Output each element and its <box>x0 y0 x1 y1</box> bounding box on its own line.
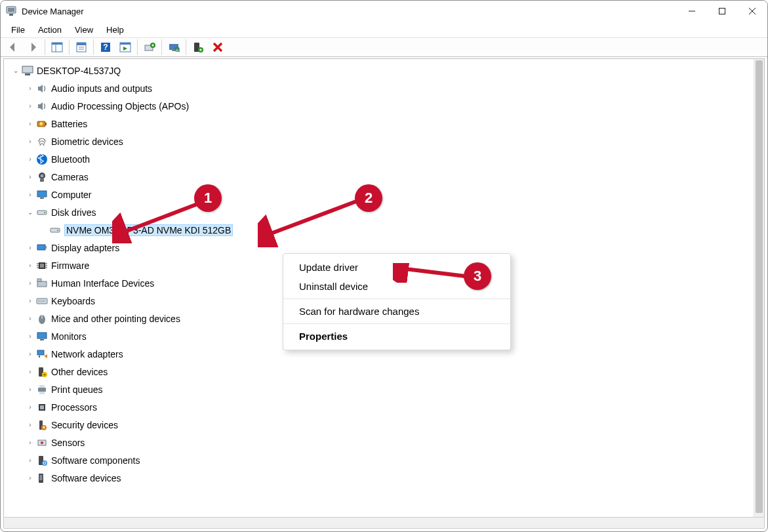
bluetooth-icon <box>35 153 49 166</box>
show-hide-console-tree-button[interactable] <box>48 39 66 56</box>
expand-icon[interactable]: › <box>25 331 35 342</box>
expand-icon[interactable]: › <box>25 314 35 324</box>
node-label: Audio inputs and outputs <box>51 83 152 94</box>
help-button[interactable]: ? <box>96 39 115 56</box>
ctx-separator <box>283 298 510 299</box>
expand-icon[interactable]: › <box>25 278 35 289</box>
svg-point-76 <box>42 460 47 466</box>
tree-node-software-devices[interactable]: › Software devices <box>7 469 754 487</box>
node-label: Mice and other pointing devices <box>51 314 180 324</box>
menu-view[interactable]: View <box>68 24 100 36</box>
annotation-badge-3: 3 <box>464 262 491 290</box>
window-controls <box>677 1 767 22</box>
expand-icon[interactable]: › <box>25 154 35 165</box>
menu-file[interactable]: File <box>5 24 31 36</box>
expand-icon[interactable]: › <box>25 367 35 377</box>
battery-icon <box>35 117 49 131</box>
svg-rect-69 <box>40 405 44 409</box>
tree-node-other-devices[interactable]: › ? Other devices <box>7 363 754 380</box>
node-label: Sensors <box>51 438 85 448</box>
component-icon <box>35 454 49 467</box>
svg-rect-35 <box>37 191 47 197</box>
svg-rect-36 <box>40 197 44 199</box>
svg-rect-30 <box>45 123 47 125</box>
node-label: Batteries <box>51 119 87 129</box>
expand-icon[interactable]: › <box>25 296 35 306</box>
tree-node-software-components[interactable]: › Software components <box>7 451 754 469</box>
statusbar <box>3 517 765 529</box>
tree-node-cameras[interactable]: › Cameras <box>7 168 754 186</box>
svg-rect-34 <box>40 179 44 182</box>
node-label: Display adapters <box>51 243 119 253</box>
tree-node-batteries[interactable]: › Batteries <box>7 115 754 133</box>
annotation-badge-2: 2 <box>355 184 382 212</box>
camera-icon <box>35 171 49 184</box>
ctx-properties[interactable]: Properties <box>283 327 510 346</box>
expand-icon[interactable]: › <box>25 83 35 94</box>
forward-button[interactable] <box>24 39 42 56</box>
svg-rect-27 <box>22 66 33 73</box>
expand-icon[interactable]: › <box>25 349 35 359</box>
expand-icon[interactable]: › <box>25 455 35 466</box>
menu-action[interactable]: Action <box>31 24 68 36</box>
maximize-button[interactable] <box>707 1 737 22</box>
node-label: Software devices <box>51 473 121 483</box>
expand-icon[interactable]: › <box>25 243 35 253</box>
tree-node-apos[interactable]: › Audio Processing Objects (APOs) <box>7 97 754 115</box>
tree-node-disk-drives[interactable]: ⌄ Disk drives <box>7 203 754 221</box>
update-driver-button[interactable] <box>140 39 159 56</box>
expand-icon[interactable]: › <box>25 190 35 200</box>
tree-node-nvme-disk[interactable]: NVMe OM3PDP3-AD NVMe KDI 512GB <box>7 221 754 239</box>
expand-icon[interactable]: › <box>25 438 35 448</box>
tree-node-processors[interactable]: › Processors <box>7 398 754 416</box>
expand-icon[interactable]: › <box>25 172 35 182</box>
titlebar: Device Manager <box>1 1 767 22</box>
svg-point-40 <box>57 230 58 231</box>
action-pane-button[interactable] <box>116 39 134 56</box>
expand-icon[interactable]: › <box>25 260 35 271</box>
expand-icon[interactable]: › <box>25 473 35 483</box>
expand-icon[interactable]: › <box>25 119 35 129</box>
ctx-separator <box>283 323 510 324</box>
collapse-icon[interactable]: ⌄ <box>10 66 21 76</box>
disk-icon <box>49 224 62 237</box>
node-label: Audio Processing Objects (APOs) <box>51 101 189 112</box>
expand-icon[interactable]: › <box>25 402 35 413</box>
expand-icon[interactable]: › <box>25 136 35 147</box>
node-label: DESKTOP-4L537JQ <box>37 66 121 76</box>
close-button[interactable] <box>737 1 767 22</box>
expand-icon[interactable]: › <box>25 101 35 112</box>
scan-hardware-button[interactable] <box>165 39 183 56</box>
minimize-button[interactable] <box>677 1 707 22</box>
svg-rect-8 <box>52 43 62 45</box>
uninstall-device-button[interactable] <box>209 39 227 56</box>
tree-root[interactable]: ⌄ DESKTOP-4L537JQ <box>7 62 754 79</box>
enable-device-button[interactable] <box>189 39 207 56</box>
node-label: Disk drives <box>51 207 96 218</box>
window-title: Device Manager <box>22 7 84 16</box>
svg-rect-79 <box>40 475 43 480</box>
scrollbar-thumb[interactable] <box>756 60 763 513</box>
tree-node-bluetooth[interactable]: › Bluetooth <box>7 150 754 168</box>
node-label: Bluetooth <box>51 154 90 165</box>
properties-button[interactable] <box>72 39 91 56</box>
expand-icon[interactable]: › <box>25 420 35 430</box>
ctx-scan-hardware[interactable]: Scan for hardware changes <box>283 302 510 321</box>
svg-rect-42 <box>45 246 47 249</box>
svg-rect-58 <box>37 333 47 338</box>
scrollbar[interactable] <box>754 59 764 518</box>
expand-icon[interactable]: › <box>25 384 35 395</box>
tree-node-security[interactable]: › Security devices <box>7 416 754 434</box>
tree-node-biometric[interactable]: › Biometric devices <box>7 133 754 150</box>
svg-text:?: ? <box>103 43 108 52</box>
tree-node-audio-inputs[interactable]: › Audio inputs and outputs <box>7 79 754 97</box>
tree-node-print-queues[interactable]: › Print queues <box>7 380 754 398</box>
menu-help[interactable]: Help <box>100 24 131 36</box>
collapse-icon[interactable]: ⌄ <box>25 207 35 218</box>
node-label: Software components <box>51 455 140 466</box>
toolbar-separator <box>93 39 94 55</box>
node-label: Processors <box>51 402 97 413</box>
node-label: Keyboards <box>51 296 95 306</box>
back-button[interactable] <box>4 39 22 56</box>
tree-node-sensors[interactable]: › Sensors <box>7 434 754 451</box>
